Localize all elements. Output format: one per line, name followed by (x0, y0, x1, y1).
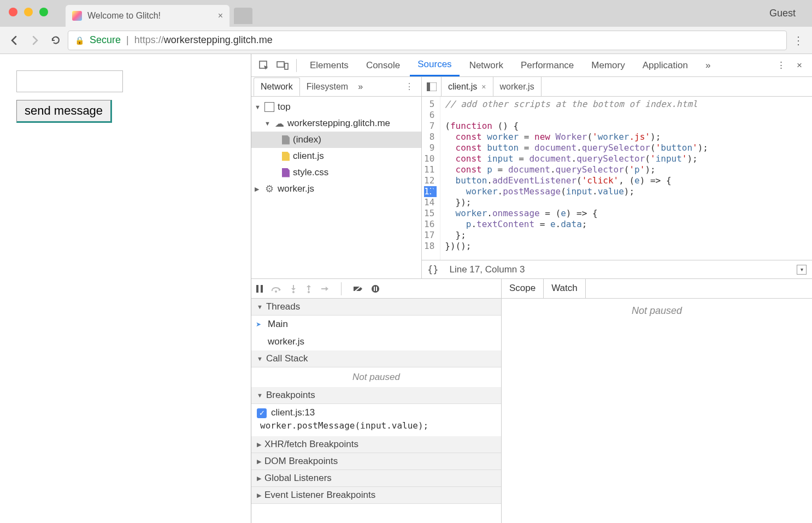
close-tab-icon[interactable]: × (218, 11, 223, 21)
step-over-icon[interactable] (271, 284, 282, 293)
editor-pane: client.js × worker.js 567891011121314151… (422, 77, 812, 278)
tree-file-index[interactable]: (index) (251, 132, 421, 148)
step-out-icon[interactable] (305, 284, 313, 293)
browser-tab-bar: Welcome to Glitch! × Guest (0, 0, 812, 27)
svg-point-9 (308, 291, 310, 293)
svg-rect-12 (374, 287, 375, 291)
svg-point-8 (292, 291, 295, 293)
close-window-icon[interactable] (9, 8, 17, 16)
tab-elements[interactable]: Elements (302, 55, 356, 76)
tab-memory[interactable]: Memory (584, 55, 632, 76)
tab-console[interactable]: Console (358, 55, 408, 76)
navigator-more-icon[interactable]: » (355, 79, 366, 95)
cloud-icon (274, 118, 284, 128)
disclosure-triangle-icon[interactable]: ▼ (264, 120, 271, 127)
forward-button[interactable] (26, 32, 44, 49)
tree-file-stylecss[interactable]: style.css (251, 164, 421, 181)
navigator-menu-icon[interactable]: ⋮ (399, 78, 419, 95)
close-tab-icon[interactable]: × (481, 82, 486, 91)
frame-icon (264, 102, 274, 112)
document-icon (282, 135, 290, 145)
back-button[interactable] (5, 32, 23, 49)
inspect-element-icon[interactable] (256, 57, 272, 74)
device-toolbar-icon[interactable] (274, 57, 291, 74)
page-viewport: send message (0, 54, 251, 523)
svg-point-7 (275, 290, 277, 293)
pause-icon[interactable] (256, 284, 263, 293)
breakpoint-label: client.js:13 (271, 407, 315, 418)
close-devtools-icon[interactable]: × (791, 57, 808, 74)
section-dom-breakpoints[interactable]: ▶DOM Breakpoints (251, 453, 501, 470)
debugger-toolbar (251, 279, 501, 299)
editor-tab-label: worker.js (500, 82, 534, 92)
more-tabs-icon[interactable]: » (698, 55, 718, 76)
section-global-listeners[interactable]: ▶Global Listeners (251, 470, 501, 487)
browser-menu-icon[interactable]: ⋮ (790, 34, 807, 47)
tab-network[interactable]: Network (462, 55, 511, 76)
devtools-tabs: Elements Console Sources Network Perform… (251, 54, 812, 77)
message-input[interactable] (16, 70, 123, 92)
toggle-navigator-icon[interactable] (422, 77, 442, 96)
tree-label: top (278, 102, 291, 112)
editor-tab-clientjs[interactable]: client.js × (442, 77, 493, 96)
debugger-sidebar: ▼Threads Main worker.js ▼Call Stack Not … (251, 279, 502, 523)
scope-watch-pane: Scope Watch Not paused (502, 279, 812, 523)
devtools-settings-icon[interactable]: ⋮ (773, 57, 789, 74)
new-tab-button[interactable] (234, 8, 252, 24)
pause-on-exceptions-icon[interactable] (371, 284, 380, 293)
disclosure-triangle-icon[interactable]: ▼ (255, 104, 261, 110)
tree-top[interactable]: ▼ top (251, 99, 421, 115)
svg-point-11 (372, 285, 379, 293)
tab-application[interactable]: Application (635, 55, 696, 76)
separator: | (126, 34, 129, 46)
breakpoint-item[interactable]: ✓client.js:13 worker.postMessage(input.v… (251, 404, 501, 436)
breakpoint-code: worker.postMessage(input.value); (257, 418, 496, 433)
deactivate-breakpoints-icon[interactable] (352, 284, 363, 293)
scope-status: Not paused (632, 305, 682, 317)
tree-label: workerstepping.glitch.me (287, 118, 390, 129)
tree-worker[interactable]: ▶ worker.js (251, 181, 421, 197)
profile-label[interactable]: Guest (769, 8, 796, 19)
pretty-print-icon[interactable]: {} (427, 264, 438, 275)
tab-scope[interactable]: Scope (502, 279, 544, 298)
tab-watch[interactable]: Watch (544, 279, 586, 298)
navigator-tab-network[interactable]: Network (254, 78, 300, 96)
maximize-window-icon[interactable] (39, 8, 48, 16)
editor-dropdown-icon[interactable]: ▾ (797, 265, 807, 275)
disclosure-triangle-icon[interactable]: ▶ (255, 186, 261, 193)
section-xhr-breakpoints[interactable]: ▶XHR/fetch Breakpoints (251, 436, 501, 453)
svg-rect-1 (277, 62, 284, 67)
cursor-position: Line 17, Column 3 (449, 264, 525, 275)
section-event-listener-breakpoints[interactable]: ▶Event Listener Breakpoints (251, 487, 501, 504)
step-into-icon[interactable] (290, 284, 297, 293)
send-message-button[interactable]: send message (16, 100, 112, 123)
step-icon[interactable] (320, 285, 330, 293)
svg-rect-4 (427, 82, 430, 91)
section-threads[interactable]: ▼Threads (251, 299, 501, 316)
address-bar[interactable]: 🔒 Secure | https://workerstepping.glitch… (68, 31, 787, 50)
url-host: workerstepping.glitch.me (164, 34, 273, 45)
devtools-panel: Elements Console Sources Network Perform… (251, 54, 812, 523)
lock-icon: 🔒 (75, 36, 84, 45)
breakpoint-checkbox[interactable]: ✓ (257, 408, 267, 418)
js-file-icon (282, 152, 290, 161)
gear-icon (264, 184, 274, 194)
tree-file-clientjs[interactable]: client.js (251, 148, 421, 164)
section-callstack[interactable]: ▼Call Stack (251, 350, 501, 367)
thread-worker[interactable]: worker.js (251, 333, 501, 350)
navigator-tab-filesystem[interactable]: Filesystem (300, 78, 355, 96)
tab-performance[interactable]: Performance (513, 55, 581, 76)
svg-rect-13 (376, 287, 377, 291)
browser-tab[interactable]: Welcome to Glitch! × (66, 5, 230, 27)
tab-sources[interactable]: Sources (410, 54, 459, 76)
code-editor[interactable]: 56789101112131415161718 // add other scr… (422, 97, 812, 260)
tree-label: worker.js (278, 183, 314, 194)
section-breakpoints[interactable]: ▼Breakpoints (251, 387, 501, 404)
reload-button[interactable] (47, 32, 64, 49)
tree-domain[interactable]: ▼ workerstepping.glitch.me (251, 115, 421, 132)
css-file-icon (282, 168, 290, 177)
minimize-window-icon[interactable] (24, 8, 33, 16)
window-controls (9, 8, 48, 16)
thread-main[interactable]: Main (251, 316, 501, 333)
editor-tab-workerjs[interactable]: worker.js (493, 77, 542, 96)
